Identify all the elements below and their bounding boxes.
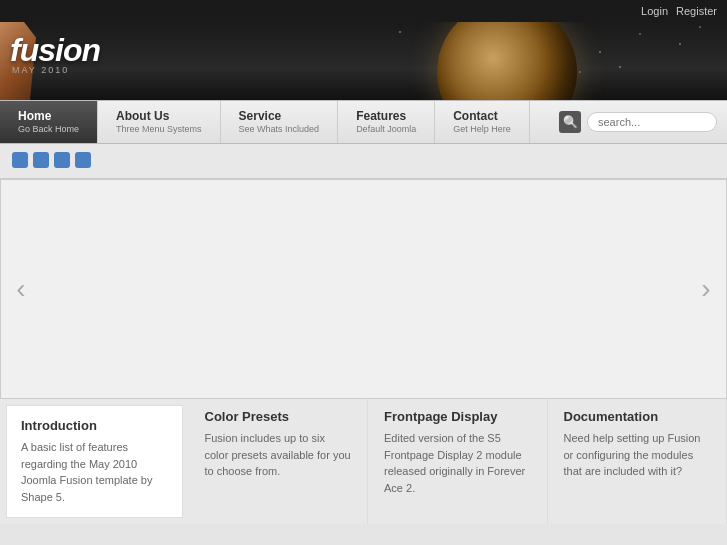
feature-box-1: Color Presets Fusion includes up to six … bbox=[189, 399, 369, 524]
feature-box-2: Frontpage Display Edited version of the … bbox=[368, 399, 548, 524]
slider-dot-3[interactable] bbox=[54, 152, 70, 168]
feature-text-3: Need help setting up Fusion or configuri… bbox=[564, 430, 711, 480]
nav-item-features[interactable]: Features Default Joomla bbox=[338, 101, 435, 143]
features-section: Introduction A basic list of features re… bbox=[0, 399, 727, 524]
nav-search bbox=[549, 101, 727, 143]
content-area: ‹ › Introduction A basic list of feature… bbox=[0, 144, 727, 545]
nav-sub-contact: Get Help Here bbox=[453, 124, 511, 135]
planet-decoration bbox=[437, 22, 577, 100]
nav-label-home: Home bbox=[18, 109, 79, 123]
slider-dot-1[interactable] bbox=[12, 152, 28, 168]
top-bar: Login Register bbox=[0, 0, 727, 22]
nav-item-home[interactable]: Home Go Back Home bbox=[0, 101, 98, 143]
nav-item-service[interactable]: Service See Whats Included bbox=[221, 101, 339, 143]
search-input[interactable] bbox=[587, 112, 717, 132]
logo: fusion MAY 2010 bbox=[10, 32, 100, 75]
nav-item-contact[interactable]: Contact Get Help Here bbox=[435, 101, 530, 143]
slider-dot-2[interactable] bbox=[33, 152, 49, 168]
logo-text: fusion bbox=[10, 32, 100, 69]
main-nav: Home Go Back Home About Us Three Menu Sy… bbox=[0, 100, 727, 144]
feature-title-2: Frontpage Display bbox=[384, 409, 531, 424]
slider-dot-4[interactable] bbox=[75, 152, 91, 168]
nav-sub-about: Three Menu Systems bbox=[116, 124, 202, 135]
nav-label-about: About Us bbox=[116, 109, 202, 123]
feature-box-0: Introduction A basic list of features re… bbox=[6, 405, 183, 518]
feature-title-1: Color Presets bbox=[205, 409, 352, 424]
slider-section bbox=[0, 144, 727, 179]
nav-label-features: Features bbox=[356, 109, 416, 123]
search-icon[interactable] bbox=[559, 111, 581, 133]
feature-box-3: Documentation Need help setting up Fusio… bbox=[548, 399, 728, 524]
feature-title-0: Introduction bbox=[21, 418, 168, 433]
register-link[interactable]: Register bbox=[676, 5, 717, 17]
login-link[interactable]: Login bbox=[641, 5, 668, 17]
feature-text-1: Fusion includes up to six color presets … bbox=[205, 430, 352, 480]
slider-next-button[interactable]: › bbox=[691, 269, 721, 309]
stars-decoration bbox=[0, 22, 727, 100]
feature-text-2: Edited version of the S5 Frontpage Displ… bbox=[384, 430, 531, 496]
slider-container: ‹ › bbox=[0, 179, 727, 399]
feature-title-3: Documentation bbox=[564, 409, 711, 424]
slider-dots bbox=[12, 152, 715, 168]
nav-sub-features: Default Joomla bbox=[356, 124, 416, 135]
nav-item-about[interactable]: About Us Three Menu Systems bbox=[98, 101, 221, 143]
nav-label-service: Service bbox=[239, 109, 320, 123]
slider-prev-button[interactable]: ‹ bbox=[6, 269, 36, 309]
nav-sub-service: See Whats Included bbox=[239, 124, 320, 135]
nav-label-contact: Contact bbox=[453, 109, 511, 123]
nav-sub-home: Go Back Home bbox=[18, 124, 79, 135]
feature-text-0: A basic list of features regarding the M… bbox=[21, 439, 168, 505]
header: fusion MAY 2010 bbox=[0, 22, 727, 100]
